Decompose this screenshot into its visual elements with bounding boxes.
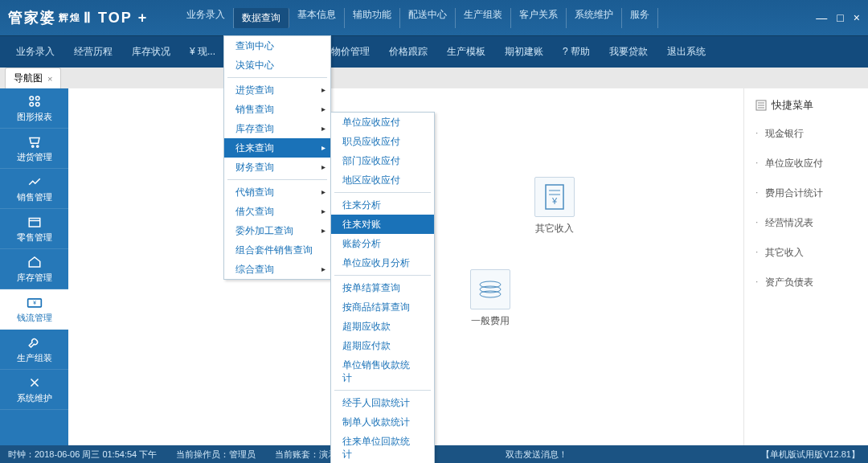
window-controls: — □ × — [816, 11, 860, 24]
svg-text:¥: ¥ — [33, 300, 36, 305]
submenu-item[interactable]: 账龄分析 — [331, 234, 434, 253]
app-logo: 管家婆 辉煌 Ⅱ TOP + — [8, 8, 148, 27]
quick-item[interactable]: 经营情况表 — [755, 208, 857, 238]
submenu-item[interactable]: 往来对账 — [331, 215, 434, 234]
svg-text:¥: ¥ — [551, 196, 558, 206]
tab-close-icon[interactable]: × — [47, 74, 52, 84]
main-menu-item[interactable]: 服务 — [622, 8, 658, 28]
sidebar-item[interactable]: 库存管理 — [0, 249, 68, 289]
sidebar-item[interactable]: 生产组装 — [0, 330, 68, 370]
submenu-item[interactable]: 制单人收款统计 — [331, 412, 434, 432]
card-label: 其它收入 — [522, 222, 587, 236]
sidebar-item-label: 钱流管理 — [17, 312, 52, 324]
submenu-item[interactable]: 单位应收应付 — [331, 113, 434, 132]
card-label: 一般费用 — [458, 314, 522, 328]
toolbar-item[interactable]: 期初建账 — [495, 45, 553, 59]
toolbar-item[interactable]: 库存状况 — [122, 45, 180, 59]
minimize-icon[interactable]: — — [816, 11, 827, 24]
submenu-item[interactable]: 按商品结算查询 — [331, 297, 434, 317]
sidebar-item[interactable]: ¥钱流管理 — [0, 289, 68, 330]
quick-item[interactable]: 现金银行 — [755, 119, 857, 149]
menu-item[interactable]: 财务查询 — [224, 158, 330, 177]
menu-item[interactable]: 委外加工查询 — [224, 221, 330, 240]
toolbar-item[interactable]: 我要贷款 — [600, 45, 657, 59]
tab-nav-map[interactable]: 导航图 × — [5, 68, 61, 88]
svg-point-3 — [35, 102, 39, 106]
sidebar-item-label: 零售管理 — [17, 232, 52, 244]
svg-point-1 — [35, 96, 39, 100]
status-version: 【单机版试用版V12.81】 — [761, 449, 860, 461]
sidebar-item[interactable]: 进货管理 — [0, 129, 68, 169]
menu-item[interactable]: 库存查询 — [224, 119, 330, 138]
status-message[interactable]: 双击发送消息！ — [506, 449, 567, 461]
main-menu-item[interactable]: 客户关系 — [511, 8, 567, 28]
quick-item[interactable]: 费用合计统计 — [755, 178, 857, 208]
sidebar-item-label: 销售管理 — [17, 191, 52, 203]
quick-item[interactable]: 单位应收应付 — [755, 149, 857, 178]
sidebar: 图形报表进货管理销售管理零售管理库存管理¥钱流管理生产组装系统维护 — [0, 88, 68, 445]
toolbar-item[interactable]: 价格跟踪 — [379, 45, 437, 59]
main-menu-item[interactable]: 基本信息 — [289, 8, 345, 28]
card-icon: ¥ — [534, 177, 575, 217]
menu-item[interactable]: 进货查询 — [224, 80, 330, 100]
menu-item[interactable]: 查询中心 — [224, 36, 330, 55]
toolbar-item[interactable]: 退出系统 — [657, 45, 715, 59]
tab-strip: 导航图 × — [0, 68, 868, 88]
submenu-item[interactable]: 按单结算查询 — [331, 278, 434, 297]
menu-item[interactable]: 借欠查询 — [224, 202, 330, 221]
card-icon — [470, 269, 510, 309]
main-menu-item[interactable]: 业务录入 — [178, 8, 234, 28]
menu-item[interactable]: 代销查询 — [224, 182, 330, 202]
canvas-card[interactable]: 一般费用 — [458, 269, 522, 328]
quick-panel-title: 快捷菜单 — [755, 98, 857, 119]
submenu-item[interactable]: 往来单位回款统计 — [331, 432, 434, 463]
toolbar: 业务录入经营历程库存状况¥ 现...销售统计物价管理价格跟踪生产模板期初建账? … — [0, 35, 868, 68]
menu-item[interactable]: 决策中心 — [224, 55, 330, 75]
main-menu-item[interactable]: 数据查询 — [234, 8, 289, 28]
sidebar-item[interactable]: 零售管理 — [0, 209, 68, 249]
submenu-item[interactable]: 超期应付款 — [331, 336, 434, 355]
status-operator: 当前操作员：管理员 — [176, 449, 256, 461]
quick-panel: 快捷菜单 现金银行单位应收应付费用合计统计经营情况表其它收入资产负债表 — [743, 88, 868, 445]
tab-label: 导航图 — [14, 72, 43, 85]
submenu-item[interactable]: 地区应收应付 — [331, 170, 434, 190]
toolbar-item[interactable]: 业务录入 — [6, 45, 64, 59]
svg-point-5 — [36, 145, 38, 146]
menu-item[interactable]: 销售查询 — [224, 100, 330, 119]
svg-point-15 — [480, 291, 501, 297]
list-icon — [755, 100, 767, 111]
submenu-item[interactable]: 单位应收月分析 — [331, 253, 434, 272]
submenu-item[interactable]: 经手人回款统计 — [331, 393, 434, 412]
toolbar-item[interactable]: 生产模板 — [437, 45, 495, 59]
submenu-item[interactable]: 往来分析 — [331, 195, 434, 215]
sidebar-item[interactable]: 图形报表 — [0, 88, 68, 129]
svg-point-2 — [30, 102, 34, 106]
sidebar-item-label: 进货管理 — [17, 151, 52, 163]
toolbar-item[interactable]: 经营历程 — [64, 45, 122, 59]
title-bar: 管家婆 辉煌 Ⅱ TOP + 业务录入数据查询基本信息辅助功能配送中心生产组装客… — [0, 0, 868, 35]
close-icon[interactable]: × — [854, 11, 860, 24]
submenu-item[interactable]: 职员应收应付 — [331, 132, 434, 151]
sidebar-item-label: 生产组装 — [17, 352, 52, 364]
toolbar-item[interactable]: ¥ 现... — [180, 45, 225, 59]
menu-item[interactable]: 综合查询 — [224, 260, 330, 279]
menu-item[interactable]: 往来查询 — [224, 138, 330, 158]
submenu-transactions-query: 单位应收应付职员应收应付部门应收应付地区应收应付往来分析往来对账账龄分析单位应收… — [330, 112, 435, 463]
maximize-icon[interactable]: □ — [837, 11, 843, 24]
main-menu-item[interactable]: 辅助功能 — [345, 8, 400, 28]
submenu-item[interactable]: 单位销售收款统计 — [331, 355, 434, 387]
canvas-card[interactable]: ¥其它收入 — [522, 177, 587, 236]
quick-item[interactable]: 其它收入 — [755, 238, 857, 268]
main-menu-item[interactable]: 配送中心 — [400, 8, 456, 28]
submenu-item[interactable]: 部门应收应付 — [331, 151, 434, 170]
sidebar-item-label: 库存管理 — [17, 272, 52, 284]
sidebar-item-label: 系统维护 — [17, 392, 52, 404]
main-menu-item[interactable]: 系统维护 — [567, 8, 622, 28]
quick-item[interactable]: 资产负债表 — [755, 268, 857, 297]
main-menu-item[interactable]: 生产组装 — [456, 8, 511, 28]
sidebar-item[interactable]: 销售管理 — [0, 169, 68, 209]
toolbar-item[interactable]: ? 帮助 — [553, 45, 600, 59]
sidebar-item[interactable]: 系统维护 — [0, 370, 68, 410]
submenu-item[interactable]: 超期应收款 — [331, 317, 434, 336]
menu-item[interactable]: 组合套件销售查询 — [224, 240, 330, 260]
